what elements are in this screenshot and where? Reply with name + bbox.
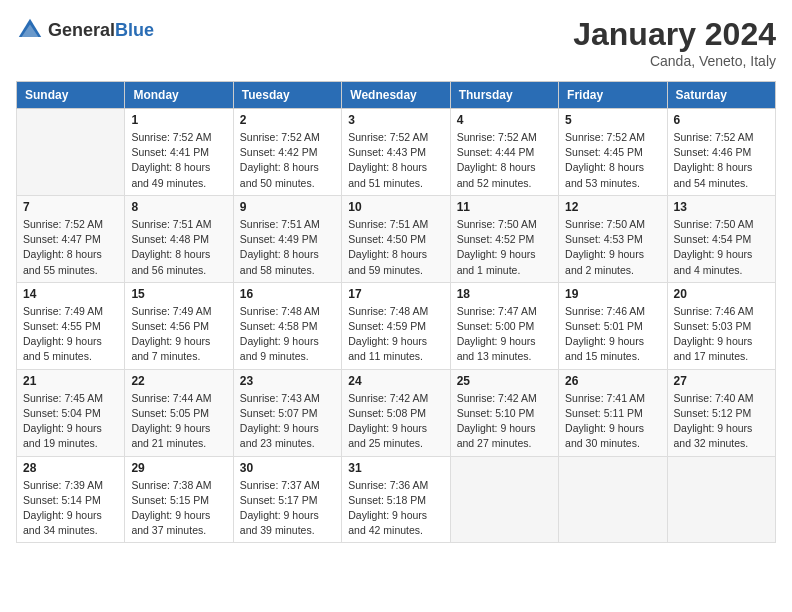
day-info: Sunrise: 7:52 AM Sunset: 4:41 PM Dayligh… xyxy=(131,130,226,191)
title-block: January 2024 Canda, Veneto, Italy xyxy=(573,16,776,69)
day-number: 6 xyxy=(674,113,769,127)
weekday-header-tuesday: Tuesday xyxy=(233,82,341,109)
day-number: 4 xyxy=(457,113,552,127)
calendar-cell: 11Sunrise: 7:50 AM Sunset: 4:52 PM Dayli… xyxy=(450,195,558,282)
day-number: 5 xyxy=(565,113,660,127)
day-info: Sunrise: 7:50 AM Sunset: 4:54 PM Dayligh… xyxy=(674,217,769,278)
weekday-header-wednesday: Wednesday xyxy=(342,82,450,109)
logo: GeneralBlue xyxy=(16,16,154,44)
calendar-cell xyxy=(17,109,125,196)
day-number: 29 xyxy=(131,461,226,475)
day-info: Sunrise: 7:41 AM Sunset: 5:11 PM Dayligh… xyxy=(565,391,660,452)
calendar-cell: 8Sunrise: 7:51 AM Sunset: 4:48 PM Daylig… xyxy=(125,195,233,282)
day-info: Sunrise: 7:43 AM Sunset: 5:07 PM Dayligh… xyxy=(240,391,335,452)
calendar-cell: 22Sunrise: 7:44 AM Sunset: 5:05 PM Dayli… xyxy=(125,369,233,456)
day-info: Sunrise: 7:42 AM Sunset: 5:10 PM Dayligh… xyxy=(457,391,552,452)
calendar-cell: 25Sunrise: 7:42 AM Sunset: 5:10 PM Dayli… xyxy=(450,369,558,456)
calendar-cell: 4Sunrise: 7:52 AM Sunset: 4:44 PM Daylig… xyxy=(450,109,558,196)
calendar-cell: 9Sunrise: 7:51 AM Sunset: 4:49 PM Daylig… xyxy=(233,195,341,282)
day-number: 31 xyxy=(348,461,443,475)
day-info: Sunrise: 7:46 AM Sunset: 5:01 PM Dayligh… xyxy=(565,304,660,365)
calendar-cell: 14Sunrise: 7:49 AM Sunset: 4:55 PM Dayli… xyxy=(17,282,125,369)
day-info: Sunrise: 7:37 AM Sunset: 5:17 PM Dayligh… xyxy=(240,478,335,539)
calendar-cell xyxy=(559,456,667,543)
calendar-cell: 28Sunrise: 7:39 AM Sunset: 5:14 PM Dayli… xyxy=(17,456,125,543)
calendar-cell: 27Sunrise: 7:40 AM Sunset: 5:12 PM Dayli… xyxy=(667,369,775,456)
day-info: Sunrise: 7:50 AM Sunset: 4:52 PM Dayligh… xyxy=(457,217,552,278)
calendar-week-row: 1Sunrise: 7:52 AM Sunset: 4:41 PM Daylig… xyxy=(17,109,776,196)
calendar-cell: 26Sunrise: 7:41 AM Sunset: 5:11 PM Dayli… xyxy=(559,369,667,456)
weekday-header-saturday: Saturday xyxy=(667,82,775,109)
logo-blue: Blue xyxy=(115,20,154,40)
day-info: Sunrise: 7:47 AM Sunset: 5:00 PM Dayligh… xyxy=(457,304,552,365)
day-info: Sunrise: 7:50 AM Sunset: 4:53 PM Dayligh… xyxy=(565,217,660,278)
day-info: Sunrise: 7:38 AM Sunset: 5:15 PM Dayligh… xyxy=(131,478,226,539)
calendar-cell xyxy=(667,456,775,543)
calendar-week-row: 21Sunrise: 7:45 AM Sunset: 5:04 PM Dayli… xyxy=(17,369,776,456)
calendar-cell: 23Sunrise: 7:43 AM Sunset: 5:07 PM Dayli… xyxy=(233,369,341,456)
calendar-cell: 15Sunrise: 7:49 AM Sunset: 4:56 PM Dayli… xyxy=(125,282,233,369)
logo-text: GeneralBlue xyxy=(48,20,154,41)
day-info: Sunrise: 7:48 AM Sunset: 4:59 PM Dayligh… xyxy=(348,304,443,365)
weekday-header-monday: Monday xyxy=(125,82,233,109)
calendar-cell: 29Sunrise: 7:38 AM Sunset: 5:15 PM Dayli… xyxy=(125,456,233,543)
day-number: 23 xyxy=(240,374,335,388)
calendar-cell: 6Sunrise: 7:52 AM Sunset: 4:46 PM Daylig… xyxy=(667,109,775,196)
day-info: Sunrise: 7:45 AM Sunset: 5:04 PM Dayligh… xyxy=(23,391,118,452)
day-info: Sunrise: 7:52 AM Sunset: 4:46 PM Dayligh… xyxy=(674,130,769,191)
calendar-cell: 16Sunrise: 7:48 AM Sunset: 4:58 PM Dayli… xyxy=(233,282,341,369)
calendar-week-row: 14Sunrise: 7:49 AM Sunset: 4:55 PM Dayli… xyxy=(17,282,776,369)
calendar-cell: 10Sunrise: 7:51 AM Sunset: 4:50 PM Dayli… xyxy=(342,195,450,282)
day-number: 15 xyxy=(131,287,226,301)
day-info: Sunrise: 7:52 AM Sunset: 4:45 PM Dayligh… xyxy=(565,130,660,191)
day-info: Sunrise: 7:51 AM Sunset: 4:48 PM Dayligh… xyxy=(131,217,226,278)
day-number: 14 xyxy=(23,287,118,301)
calendar-table: SundayMondayTuesdayWednesdayThursdayFrid… xyxy=(16,81,776,543)
day-number: 21 xyxy=(23,374,118,388)
calendar-cell: 1Sunrise: 7:52 AM Sunset: 4:41 PM Daylig… xyxy=(125,109,233,196)
day-info: Sunrise: 7:52 AM Sunset: 4:47 PM Dayligh… xyxy=(23,217,118,278)
day-info: Sunrise: 7:36 AM Sunset: 5:18 PM Dayligh… xyxy=(348,478,443,539)
day-info: Sunrise: 7:44 AM Sunset: 5:05 PM Dayligh… xyxy=(131,391,226,452)
calendar-cell: 24Sunrise: 7:42 AM Sunset: 5:08 PM Dayli… xyxy=(342,369,450,456)
day-number: 12 xyxy=(565,200,660,214)
day-info: Sunrise: 7:39 AM Sunset: 5:14 PM Dayligh… xyxy=(23,478,118,539)
day-number: 30 xyxy=(240,461,335,475)
logo-icon xyxy=(16,16,44,44)
day-number: 24 xyxy=(348,374,443,388)
calendar-cell: 19Sunrise: 7:46 AM Sunset: 5:01 PM Dayli… xyxy=(559,282,667,369)
day-info: Sunrise: 7:52 AM Sunset: 4:42 PM Dayligh… xyxy=(240,130,335,191)
calendar-cell: 30Sunrise: 7:37 AM Sunset: 5:17 PM Dayli… xyxy=(233,456,341,543)
location-title: Canda, Veneto, Italy xyxy=(573,53,776,69)
calendar-cell: 2Sunrise: 7:52 AM Sunset: 4:42 PM Daylig… xyxy=(233,109,341,196)
day-number: 8 xyxy=(131,200,226,214)
calendar-cell: 18Sunrise: 7:47 AM Sunset: 5:00 PM Dayli… xyxy=(450,282,558,369)
day-number: 19 xyxy=(565,287,660,301)
day-info: Sunrise: 7:42 AM Sunset: 5:08 PM Dayligh… xyxy=(348,391,443,452)
weekday-header-sunday: Sunday xyxy=(17,82,125,109)
calendar-cell: 31Sunrise: 7:36 AM Sunset: 5:18 PM Dayli… xyxy=(342,456,450,543)
calendar-cell: 5Sunrise: 7:52 AM Sunset: 4:45 PM Daylig… xyxy=(559,109,667,196)
calendar-cell: 13Sunrise: 7:50 AM Sunset: 4:54 PM Dayli… xyxy=(667,195,775,282)
day-info: Sunrise: 7:51 AM Sunset: 4:50 PM Dayligh… xyxy=(348,217,443,278)
day-number: 22 xyxy=(131,374,226,388)
day-number: 26 xyxy=(565,374,660,388)
calendar-cell: 17Sunrise: 7:48 AM Sunset: 4:59 PM Dayli… xyxy=(342,282,450,369)
day-number: 9 xyxy=(240,200,335,214)
calendar-cell: 20Sunrise: 7:46 AM Sunset: 5:03 PM Dayli… xyxy=(667,282,775,369)
calendar-cell: 3Sunrise: 7:52 AM Sunset: 4:43 PM Daylig… xyxy=(342,109,450,196)
month-title: January 2024 xyxy=(573,16,776,53)
calendar-cell: 21Sunrise: 7:45 AM Sunset: 5:04 PM Dayli… xyxy=(17,369,125,456)
page-header: GeneralBlue January 2024 Canda, Veneto, … xyxy=(16,16,776,69)
day-number: 16 xyxy=(240,287,335,301)
day-number: 10 xyxy=(348,200,443,214)
day-info: Sunrise: 7:40 AM Sunset: 5:12 PM Dayligh… xyxy=(674,391,769,452)
weekday-header-friday: Friday xyxy=(559,82,667,109)
calendar-week-row: 28Sunrise: 7:39 AM Sunset: 5:14 PM Dayli… xyxy=(17,456,776,543)
calendar-cell: 7Sunrise: 7:52 AM Sunset: 4:47 PM Daylig… xyxy=(17,195,125,282)
day-number: 25 xyxy=(457,374,552,388)
calendar-cell xyxy=(450,456,558,543)
day-number: 11 xyxy=(457,200,552,214)
day-info: Sunrise: 7:49 AM Sunset: 4:56 PM Dayligh… xyxy=(131,304,226,365)
calendar-cell: 12Sunrise: 7:50 AM Sunset: 4:53 PM Dayli… xyxy=(559,195,667,282)
